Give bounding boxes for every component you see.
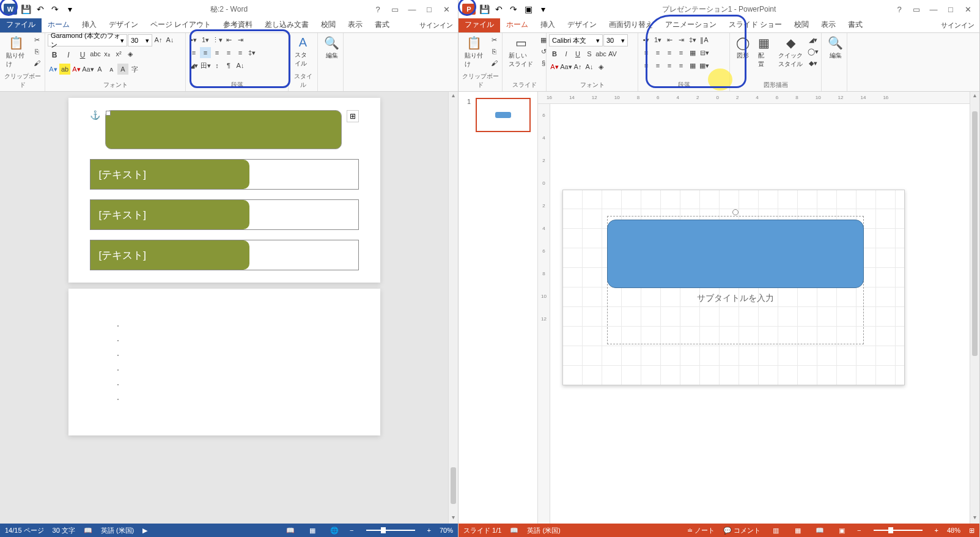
bullets-icon[interactable]: ▪▾: [641, 34, 652, 45]
paste-button[interactable]: 📋貼り付け: [2, 34, 30, 70]
macro-icon[interactable]: ▶: [142, 527, 147, 535]
shapes-button[interactable]: ◯図形: [732, 34, 753, 61]
sort-az-icon[interactable]: A↓: [235, 60, 246, 71]
shape-row-2[interactable]: [テキスト]: [90, 199, 359, 230]
align-left2-icon[interactable]: ≡: [641, 60, 652, 71]
sorter-view-icon[interactable]: ▦: [791, 525, 805, 536]
font-size-select[interactable]: 30▾: [603, 34, 628, 46]
strike-icon[interactable]: abc: [595, 48, 606, 59]
justify-icon[interactable]: ≡: [223, 47, 234, 58]
tab-design[interactable]: デザイン: [103, 18, 144, 32]
redo-icon[interactable]: ↷: [49, 3, 61, 15]
close-icon[interactable]: ✕: [440, 3, 453, 15]
subscript-icon[interactable]: x₂: [101, 48, 112, 59]
show-marks-icon[interactable]: ¶: [223, 60, 234, 71]
change-case-icon[interactable]: Aa▾: [83, 64, 94, 75]
maximize-icon[interactable]: □: [944, 3, 957, 15]
italic-icon[interactable]: I: [62, 48, 75, 62]
slide-thumbnail-1[interactable]: [476, 98, 531, 132]
align-right2-icon[interactable]: ≡: [664, 60, 675, 71]
font-name-select[interactable]: Garamond (本文のフォン▾: [48, 34, 127, 46]
zoom-slider[interactable]: [874, 530, 923, 531]
tab-slideshow[interactable]: スライド ショー: [723, 18, 788, 32]
tab-transitions[interactable]: 画面切り替え: [603, 18, 659, 32]
align-right-icon[interactable]: ≡: [212, 47, 223, 58]
slideshow-view-icon[interactable]: ▣: [835, 525, 849, 536]
rotation-handle-icon[interactable]: [732, 209, 739, 215]
signin-link[interactable]: サインイン: [414, 18, 458, 32]
new-slide-button[interactable]: ▭新しい スライド: [505, 34, 537, 70]
cut-icon[interactable]: ✂: [488, 34, 499, 45]
close-icon[interactable]: ✕: [961, 3, 974, 15]
word-count[interactable]: 30 文字: [53, 526, 75, 535]
slide-canvas[interactable]: サブタイトルを入力: [562, 190, 905, 385]
language-indicator[interactable]: 英語 (米国): [101, 526, 134, 535]
zoom-out-icon[interactable]: −: [350, 527, 353, 534]
underline-icon[interactable]: U: [572, 48, 583, 59]
bold-icon[interactable]: B: [549, 48, 560, 59]
tab-animations[interactable]: アニメーション: [659, 18, 723, 32]
read-mode-icon[interactable]: 📖: [284, 525, 297, 536]
italic-icon[interactable]: I: [561, 48, 572, 59]
text-effects-icon[interactable]: A▾: [48, 64, 59, 75]
blue-rounded-shape[interactable]: [607, 220, 864, 288]
columns2-icon[interactable]: ▦: [687, 60, 698, 71]
fit-to-window-icon[interactable]: ⊞: [969, 527, 974, 535]
tab-file[interactable]: ファイル: [459, 18, 500, 32]
shape-row-1[interactable]: [テキスト]: [90, 159, 359, 190]
line-spacing-icon[interactable]: ‡▾: [246, 47, 257, 58]
sort-icon[interactable]: ↕: [212, 60, 223, 71]
editing-button[interactable]: 🔍編集: [320, 34, 343, 61]
align-right-icon[interactable]: ≡: [664, 47, 675, 58]
distribute2-icon[interactable]: ≡: [676, 60, 687, 71]
maximize-icon[interactable]: □: [422, 3, 436, 15]
undo-icon[interactable]: ↶: [493, 3, 505, 15]
phonetic-icon[interactable]: A: [117, 64, 128, 75]
qat-more-icon[interactable]: ▾: [64, 3, 76, 15]
grow-font-icon[interactable]: A↑: [572, 61, 583, 72]
tab-view[interactable]: 表示: [342, 18, 369, 32]
header-shape-selected[interactable]: [105, 110, 342, 149]
horizontal-ruler[interactable]: 1614121086420246810121416: [538, 92, 970, 104]
numbering-icon[interactable]: 1▾: [200, 34, 211, 45]
vertical-scrollbar[interactable]: ▴ ▾: [448, 92, 458, 524]
underline-icon[interactable]: U: [76, 48, 89, 62]
editing-button[interactable]: 🔍編集: [824, 34, 847, 61]
format-painter-icon[interactable]: 🖌: [31, 57, 42, 69]
scroll-up-icon[interactable]: ▴: [970, 92, 979, 102]
vertical-ruler[interactable]: 642024681012: [538, 104, 550, 524]
tab-file[interactable]: ファイル: [0, 18, 42, 32]
align-center2-icon[interactable]: ≡: [652, 60, 663, 71]
tab-design[interactable]: デザイン: [561, 18, 603, 32]
language-indicator[interactable]: 英語 (米国): [527, 526, 560, 535]
scroll-thumb[interactable]: [972, 111, 978, 356]
qat-more-icon[interactable]: ▾: [537, 3, 549, 15]
grow-font-icon[interactable]: A: [94, 64, 105, 75]
paste-button[interactable]: 📋貼り付け: [461, 34, 487, 70]
change-case-icon[interactable]: Aa▾: [561, 61, 572, 72]
tab-insert[interactable]: 挿入: [76, 18, 103, 32]
minimize-icon[interactable]: —: [927, 3, 940, 15]
redo-icon[interactable]: ↷: [507, 3, 520, 15]
scroll-up-icon[interactable]: ▴: [449, 92, 458, 102]
vertical-scrollbar[interactable]: ▴ ▾: [970, 92, 979, 524]
char-border-icon[interactable]: 字: [129, 64, 140, 75]
tab-home[interactable]: ホーム: [42, 18, 76, 32]
borders-icon[interactable]: 田▾: [200, 60, 211, 71]
strike-icon[interactable]: abc: [90, 48, 101, 59]
save-icon[interactable]: 💾: [478, 3, 490, 15]
tab-home[interactable]: ホーム: [500, 18, 534, 32]
quick-styles-button[interactable]: ◆クイック スタイル: [775, 34, 806, 70]
copy-icon[interactable]: ⎘: [488, 46, 499, 57]
zoom-in-icon[interactable]: +: [935, 527, 938, 534]
shading-icon[interactable]: ◢▾: [188, 60, 199, 71]
char-spacing-icon[interactable]: AV: [607, 48, 618, 59]
start-show-icon[interactable]: ▣: [522, 3, 534, 15]
tab-format[interactable]: 書式: [842, 18, 869, 32]
align-center-icon[interactable]: ≡: [652, 47, 663, 58]
tab-format[interactable]: 書式: [369, 18, 396, 32]
tab-review[interactable]: 校閲: [315, 18, 342, 32]
increase-indent-icon[interactable]: ⇥: [235, 34, 246, 45]
bullets-icon[interactable]: ▪▾: [188, 34, 199, 45]
spell-check-icon[interactable]: 📖: [84, 527, 92, 535]
